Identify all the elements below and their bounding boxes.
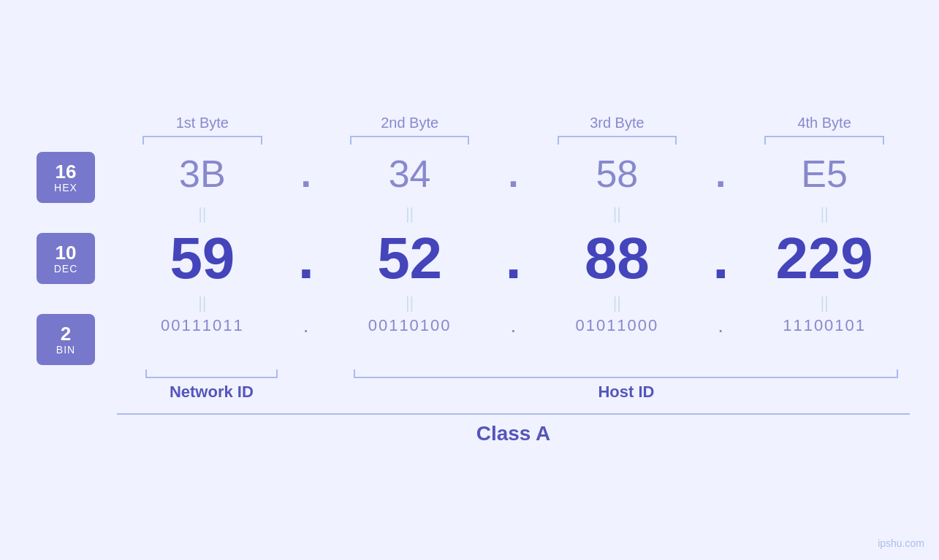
- equals-row-1: || || || ||: [29, 203, 910, 225]
- eq-2: ||: [324, 204, 495, 223]
- dec-dot-1: .: [288, 225, 324, 292]
- bin-dot-1: .: [288, 314, 324, 337]
- dec-badge: 10 DEC: [37, 233, 95, 284]
- bin-val-4: 11100101: [739, 316, 910, 335]
- main-container: 1st Byte 2nd Byte 3rd Byte 4th Byte: [0, 0, 939, 560]
- bin-dot-3: .: [702, 314, 739, 337]
- eq-3: ||: [532, 204, 703, 223]
- equals-row-2: || || || ||: [29, 292, 910, 314]
- dec-val-4: 229: [739, 225, 910, 292]
- host-id-label: Host ID: [598, 383, 654, 402]
- byte-label-1: 1st Byte: [117, 115, 288, 131]
- dec-val-1: 59: [117, 225, 288, 292]
- eq-4: ||: [739, 204, 910, 223]
- hex-badge: 16 HEX: [37, 152, 95, 203]
- dec-row: 10 DEC 59 . 52 . 88 . 229: [29, 225, 910, 292]
- byte-headers-row: 1st Byte 2nd Byte 3rd Byte 4th Byte: [29, 115, 910, 131]
- hex-val-2: 34: [324, 152, 495, 196]
- byte-label-2: 2nd Byte: [324, 115, 495, 131]
- dec-dot-2: .: [495, 225, 532, 292]
- bin-val-2: 00110100: [324, 316, 495, 335]
- eq2-4: ||: [739, 294, 910, 312]
- bin-badge: 2 BIN: [37, 314, 95, 365]
- class-row: Class A: [29, 413, 910, 445]
- hex-dot-1: .: [288, 152, 324, 196]
- eq2-3: ||: [532, 294, 703, 312]
- hex-dot-2: .: [495, 152, 532, 196]
- byte-label-3: 3rd Byte: [532, 115, 703, 131]
- dec-dot-3: .: [702, 225, 739, 292]
- bin-val-1: 00111011: [117, 316, 288, 335]
- hex-dot-3: .: [702, 152, 739, 196]
- hex-val-1: 3B: [117, 152, 288, 196]
- watermark: ipshu.com: [878, 537, 924, 549]
- hex-val-4: E5: [739, 152, 910, 196]
- bin-val-3: 01011000: [532, 316, 703, 335]
- class-label: Class A: [117, 422, 910, 445]
- eq-1: ||: [117, 204, 288, 223]
- bottom-brackets-row: Network ID Host ID: [29, 369, 910, 402]
- eq2-1: ||: [117, 294, 288, 312]
- hex-row: 16 HEX 3B . 34 . 58 . E5: [29, 152, 910, 203]
- dec-val-2: 52: [324, 225, 495, 292]
- top-brackets-row: [29, 136, 910, 145]
- dec-val-3: 88: [532, 225, 703, 292]
- bin-row: 2 BIN 00111011 . 00110100 . 01011000 . 1…: [29, 314, 910, 365]
- bin-dot-2: .: [495, 314, 532, 337]
- eq2-2: ||: [324, 294, 495, 312]
- network-id-label: Network ID: [170, 383, 254, 402]
- hex-val-3: 58: [532, 152, 703, 196]
- byte-label-4: 4th Byte: [739, 115, 910, 131]
